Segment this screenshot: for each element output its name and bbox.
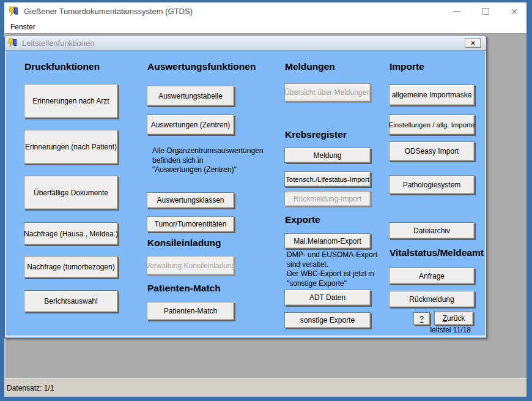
dialog-titlebar[interactable]: Leitstellenfunktionen ✕ bbox=[5, 36, 486, 51]
window-controls: ✕ bbox=[452, 2, 519, 20]
erinnerungen-nach-patient-button[interactable]: Erinnerungen (nach Patient) bbox=[24, 130, 118, 164]
organzentrum-note: Alle Organzentrumsauswertungen befinden … bbox=[152, 146, 268, 175]
zurueck-accelerator: Z bbox=[443, 314, 447, 323]
anfrage-button[interactable]: Anfrage bbox=[389, 268, 475, 284]
dialog-close-button[interactable]: ✕ bbox=[465, 38, 481, 48]
maximize-icon bbox=[482, 8, 489, 15]
window-titlebar: Gießener Tumordokumentationssystem (GTDS… bbox=[4, 2, 526, 20]
menubar: Fenster bbox=[4, 20, 526, 34]
auswertungsklassen-button[interactable]: Auswertungsklassen bbox=[147, 192, 234, 208]
version-label: leitstel 11/18 bbox=[385, 326, 471, 334]
auswertungen-zentren-button[interactable]: Auswertungen (Zentren) bbox=[147, 114, 234, 135]
zurueck-label-rest: urück bbox=[447, 314, 465, 323]
allgemeine-importmaske-button[interactable]: allgemeine Importmaske bbox=[389, 84, 475, 105]
patienten-match-heading: Patienten-Match bbox=[147, 283, 221, 294]
odseasy-import-button[interactable]: ODSeasy Import bbox=[389, 141, 475, 161]
nachfrage-hausarzt-meldeamt-button[interactable]: Nachfrage (Hausa., Meldea.) bbox=[24, 222, 118, 245]
ueberfaellige-dokumente-button[interactable]: Überfällige Dokumente bbox=[24, 176, 118, 209]
meldung-button[interactable]: Meldung bbox=[284, 148, 371, 163]
tumor-tumorentitaeten-button[interactable]: Tumor/Tumorentitäten bbox=[147, 216, 234, 232]
dialog-title: Leitstellenfunktionen bbox=[22, 39, 95, 48]
mal-melanom-export-button[interactable]: Mal.Melanom-Export bbox=[284, 233, 371, 249]
close-button[interactable]: ✕ bbox=[509, 7, 519, 17]
leitstellenfunktionen-dialog: Leitstellenfunktionen ✕ Druckfunktionen … bbox=[4, 35, 487, 339]
sonstige-exporte-button[interactable]: sonstige Exporte bbox=[284, 312, 371, 328]
meldungen-heading: Meldungen bbox=[285, 61, 335, 72]
gtds-app-icon bbox=[9, 6, 19, 17]
statusbar: Datensatz: 1/1 bbox=[4, 378, 526, 397]
rueckmeldung-import-button: Rückmeldung-Import bbox=[284, 191, 371, 206]
minimize-button[interactable] bbox=[452, 7, 462, 17]
app-window: Gießener Tumordokumentationssystem (GTDS… bbox=[0, 0, 532, 401]
verwaltung-konsileinladung-button: Verwaltung Konsileinladung bbox=[147, 256, 234, 275]
exporte-heading: Exporte bbox=[285, 214, 320, 225]
vitalstatus-meldeamt-heading: Vitalstatus/Meldeamt bbox=[390, 247, 484, 258]
menu-item-fenster[interactable]: Fenster bbox=[4, 23, 42, 31]
pathologiesystem-button[interactable]: Pathologiesystem bbox=[389, 175, 475, 194]
berichtsauswahl-button[interactable]: Berichtsauswahl bbox=[24, 290, 118, 312]
krebsregister-heading: Krebsregister bbox=[285, 129, 347, 140]
einstellungen-allg-importe-button[interactable]: Einstellungen / allg. Importe bbox=[389, 114, 475, 135]
help-label: ? bbox=[419, 315, 424, 323]
patienten-match-button[interactable]: Patienten-Match bbox=[147, 302, 234, 320]
status-text: Datensatz: 1/1 bbox=[7, 384, 54, 392]
dateiarchiv-button[interactable]: Dateiarchiv bbox=[389, 222, 475, 239]
adt-daten-button[interactable]: ADT Daten bbox=[284, 290, 371, 305]
druckfunktionen-heading: Druckfunktionen bbox=[24, 61, 100, 72]
dialog-gtds-icon bbox=[8, 38, 18, 48]
uebersicht-meldungen-button: Übersicht über Meldungen bbox=[284, 83, 371, 102]
importe-heading: Importe bbox=[390, 61, 424, 72]
maximize-button[interactable] bbox=[481, 7, 490, 17]
nachfrage-tumorbezogen-button[interactable]: Nachfrage (tumorbezogen) bbox=[24, 256, 118, 278]
dialog-body: Druckfunktionen Erinnerungen nach Arzt E… bbox=[5, 51, 486, 337]
totenschein-lifestatus-import-button[interactable]: Totensch./Lifestatus-Import bbox=[284, 171, 371, 187]
rueckmeldung-button[interactable]: Rückmeldung bbox=[389, 291, 475, 307]
dialog-close-icon: ✕ bbox=[470, 40, 475, 47]
window-title: Gießener Tumordokumentationssystem (GTDS… bbox=[24, 7, 193, 16]
minimize-icon bbox=[454, 11, 460, 12]
konsileinladung-heading: Konsileinladung bbox=[147, 238, 221, 249]
auswertungstabelle-button[interactable]: Auswertungstabelle bbox=[147, 86, 234, 106]
auswertungsfunktionen-heading: Auswertungsfunktionen bbox=[147, 61, 256, 72]
zurueck-button[interactable]: Zurück bbox=[434, 311, 473, 325]
close-icon: ✕ bbox=[511, 7, 518, 16]
help-button[interactable]: ? bbox=[413, 312, 430, 325]
export-veraltet-note: DMP- und EUSOMA-Export sind veraltet. De… bbox=[287, 250, 388, 288]
erinnerungen-nach-arzt-button[interactable]: Erinnerungen nach Arzt bbox=[24, 84, 118, 118]
